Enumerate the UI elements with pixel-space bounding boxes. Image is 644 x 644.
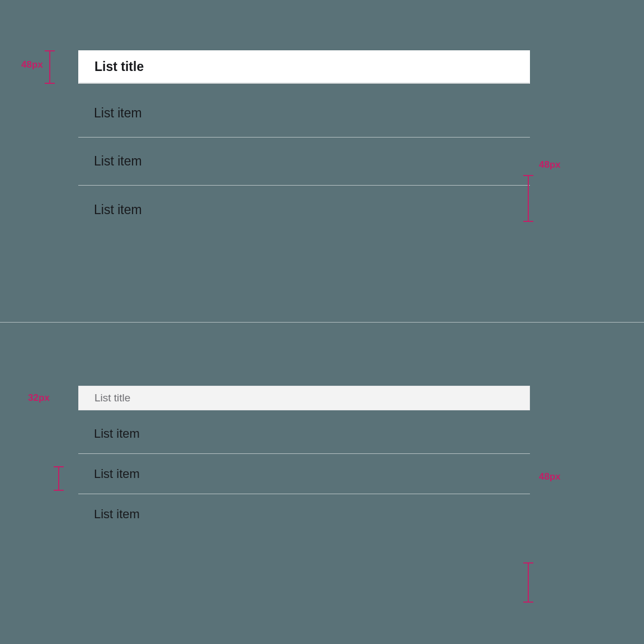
list-item[interactable]: List item	[78, 89, 530, 138]
list-spec-large: List title List item List item List item	[78, 50, 530, 234]
list-title-bar: List title	[78, 386, 530, 410]
list-item[interactable]: List item	[78, 494, 530, 534]
list-item[interactable]: List item	[78, 454, 530, 494]
list-body: List item List item List item	[78, 84, 530, 234]
list-title-text: List title	[94, 392, 130, 404]
list-item[interactable]: List item	[78, 138, 530, 186]
measure-label-row-height: 48px	[539, 159, 561, 171]
list-item-label: List item	[94, 202, 142, 217]
list-item-label: List item	[94, 154, 142, 169]
panel-divider	[0, 322, 644, 323]
measure-bar-title-height	[54, 466, 64, 491]
measure-bar-title-height	[45, 50, 55, 84]
list-item-label: List item	[94, 507, 140, 522]
list-body: List item List item List item	[78, 410, 530, 534]
list-title-text: List title	[94, 59, 144, 74]
list-item-label: List item	[94, 427, 140, 441]
list-item[interactable]: List item	[78, 414, 530, 454]
measure-bar-row-height	[523, 175, 533, 222]
measure-label-title-height: 48px	[21, 59, 43, 70]
measure-label-title-height: 32px	[28, 392, 50, 404]
list-spec-small: List title List item List item List item	[78, 386, 530, 534]
list-item-label: List item	[94, 467, 140, 481]
list-item[interactable]: List item	[78, 186, 530, 234]
list-item-label: List item	[94, 106, 142, 121]
measure-bar-row-height	[523, 562, 533, 603]
list-title-bar: List title	[78, 50, 530, 84]
measure-label-row-height: 48px	[539, 471, 561, 482]
